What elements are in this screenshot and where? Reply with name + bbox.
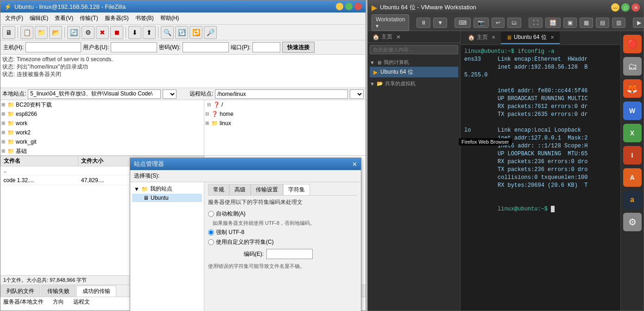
local-tree-item-workgit[interactable]: ⊞ 📁 work_git (0, 137, 204, 146)
toolbar-btn-1[interactable]: 📋 (20, 26, 33, 39)
site-tab-general[interactable]: 常规 (208, 184, 229, 195)
toolbar-compare[interactable]: 🔃 (175, 26, 188, 39)
site-manager-title-text: 站点管理器 (134, 160, 164, 168)
site-manager-close[interactable]: ✕ (352, 161, 357, 168)
charset-custom-radio[interactable] (208, 239, 214, 245)
vm-terminal[interactable]: linux@ubuntu:~$ ifconfig -a ens33 Link e… (461, 45, 620, 311)
menu-help[interactable]: 帮助(H) (158, 13, 182, 23)
toolbar-btn-up[interactable]: ⬆ (143, 26, 156, 39)
vm-snapshot[interactable]: 📷 (474, 18, 489, 28)
dock-files-icon[interactable]: 🗂 (623, 57, 642, 76)
vm-tab-home[interactable]: 🏠 主页 ✕ (368, 31, 405, 43)
vm-fullscreen[interactable]: ⛶ (529, 18, 543, 28)
minimize-btn[interactable] (336, 3, 343, 10)
vm-workstation-menu[interactable]: Workstation ▾ (372, 14, 409, 31)
port-input[interactable] (253, 42, 280, 52)
vm-group-shared: ▼ 📂 共享的虚拟机 (370, 79, 458, 88)
vm-search-input[interactable] (370, 45, 458, 54)
vm-view2[interactable]: ▦ (580, 18, 593, 28)
dock-settings-icon[interactable]: ⚙ (623, 213, 642, 231)
vm-view4[interactable]: ▥ (612, 18, 625, 28)
fz-toolbar: 🖥 📋 📁 📂 🔄 ⚙ ✖ ⏹ ⬇ ⬆ 🔍 🔃 🔁 🔎 (0, 25, 366, 40)
toolbar-stop[interactable]: ⏹ (110, 26, 123, 39)
close-btn[interactable] (354, 3, 362, 10)
toolbar-refresh[interactable]: 🔄 (67, 26, 80, 39)
vm-revert[interactable]: ↩ (492, 18, 505, 28)
menu-transfer[interactable]: 传输(T) (77, 13, 101, 23)
vm-maximize-btn[interactable]: □ (621, 3, 630, 12)
toolbar-process[interactable]: ⚙ (82, 26, 95, 39)
menu-file[interactable]: 文件(F) (2, 13, 26, 23)
local-path-dropdown[interactable] (163, 89, 177, 99)
tab-failed-transfer[interactable]: 传输失败 (41, 286, 76, 297)
toolbar-search[interactable]: 🔍 (161, 26, 174, 39)
dock-calc-icon[interactable]: X (623, 124, 642, 142)
remote-tree-home[interactable]: ⊟ ❓ home (204, 109, 366, 119)
host-input[interactable] (25, 42, 81, 52)
local-tree-item-basic[interactable]: ⊞ 📁 基础 (0, 146, 204, 156)
fz-remote-tree[interactable]: ⊟ ❓ / ⊟ ❓ home ⊞ 📁 linux (204, 100, 366, 156)
site-tab-transfer[interactable]: 传输设置 (251, 184, 283, 195)
menu-bookmarks[interactable]: 书签(B) (133, 13, 157, 23)
quickconnect-button[interactable]: 快速连接 (282, 42, 315, 53)
menu-edit[interactable]: 编辑(E) (27, 13, 51, 23)
dock-writer-icon[interactable]: W (623, 102, 642, 120)
site-tab-advanced[interactable]: 高级 (229, 184, 251, 195)
toolbar-find[interactable]: 🔎 (204, 26, 217, 39)
vm-power-btn[interactable]: ▼ (433, 18, 447, 28)
vm-close-btn[interactable]: ✕ (631, 3, 640, 12)
toolbar-btn-2[interactable]: 📁 (35, 26, 48, 39)
local-tree-item-work2[interactable]: ⊞ 📁 work2 (0, 128, 204, 137)
encoding-input[interactable] (266, 249, 313, 259)
dock-ubuntu-icon[interactable]: 🔴 (623, 35, 642, 53)
site-tree-my-sites[interactable]: ▼ 📁 我的站点 (132, 184, 202, 194)
toolbar-btn-3[interactable]: 📂 (49, 26, 62, 39)
home-content-close[interactable]: ✕ (492, 35, 495, 40)
remote-path-input[interactable] (215, 89, 348, 99)
toolbar-site-manager[interactable]: 🖥 (2, 26, 15, 39)
vm-send-ctrl-alt-del[interactable]: ⌨ (455, 18, 471, 28)
tab-queued-files[interactable]: 列队的文件 (0, 286, 40, 297)
site-tree-ubuntu[interactable]: 🖥 Ubuntu (132, 194, 202, 202)
ubuntu-content-close[interactable]: ✕ (550, 35, 554, 40)
menu-view[interactable]: 查看(V) (52, 13, 76, 23)
vm-minimize-btn[interactable]: — (611, 3, 619, 12)
vm-view1[interactable]: ▣ (563, 18, 577, 28)
user-input[interactable] (111, 42, 157, 52)
terminal-line-4: 5.255.0 (464, 71, 617, 79)
dock-texteditor-icon[interactable]: A (623, 168, 642, 187)
vm-unity[interactable]: 🪟 (545, 18, 561, 28)
vm-tab-ubuntu-content[interactable]: 🖥 Ubuntu 64 位 ✕ (501, 32, 560, 44)
fz-titlebar-text: Ubuntu - linux@192.168.56.128 - FileZill… (14, 3, 126, 10)
toolbar-btn-queue[interactable]: ⬇ (128, 26, 141, 39)
vm-terminal-btn[interactable]: ▶ (633, 18, 644, 28)
log-line-1: 状态: Timezone offset of server is 0 secon… (2, 56, 364, 63)
charset-utf8-radio[interactable] (208, 229, 214, 235)
charset-auto-radio[interactable] (208, 211, 214, 217)
tab-success-transfer[interactable]: 成功的传输 (76, 286, 116, 297)
vm-pause-btn[interactable]: ⏸ (417, 18, 430, 28)
vm-item-ubuntu64[interactable]: ▶ Ubuntu 64 位 (370, 67, 458, 77)
dock-impress-icon[interactable]: I (623, 146, 642, 165)
col-filename[interactable]: 文件名 (1, 156, 78, 166)
remote-path-dropdown[interactable] (350, 89, 364, 99)
local-path-input[interactable] (28, 89, 161, 99)
remote-tree-root[interactable]: ⊟ ❓ / (204, 100, 366, 109)
local-tree-item-bc20[interactable]: ⊞ 📁 BC20资料下载 (0, 100, 204, 109)
vm-snapshots[interactable]: 🗂 (507, 18, 521, 28)
remote-tree-linux[interactable]: ⊞ 📁 linux (204, 119, 366, 128)
local-tree-item-esp[interactable]: ⊞ 📁 esp8266 (0, 109, 204, 119)
dock-amazon-icon[interactable]: a (623, 190, 642, 209)
vm-view3[interactable]: ▤ (596, 18, 609, 28)
menu-server[interactable]: 服务器(S) (102, 13, 132, 23)
toolbar-sync[interactable]: 🔁 (189, 26, 202, 39)
local-tree-item-work[interactable]: ⊞ 📁 work (0, 119, 204, 128)
dock-firefox-icon[interactable]: 🦊 (623, 79, 642, 98)
toolbar-cancel[interactable]: ✖ (96, 26, 109, 39)
pass-input[interactable] (183, 42, 229, 52)
vm-tab-home-content[interactable]: 🏠 主页 ✕ (462, 32, 501, 44)
fz-local-tree[interactable]: ⊞ 📁 BC20资料下载 ⊞ 📁 esp8266 ⊞ 📁 work ⊞ 📁 (0, 100, 204, 156)
home-tab-close[interactable]: ✕ (396, 34, 401, 40)
site-tab-charset[interactable]: 字符集 (283, 184, 310, 195)
maximize-btn[interactable] (345, 3, 353, 10)
